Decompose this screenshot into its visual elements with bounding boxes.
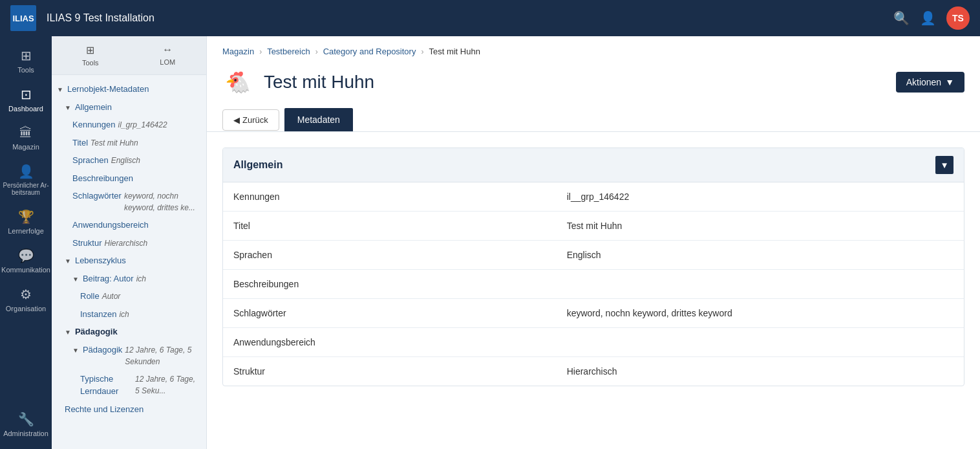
tree-sub-schlagwoerter: keyword, nochn keyword, drittes ke... (124, 190, 201, 214)
table-row: Kennungen il__grp_146422 (223, 182, 964, 212)
tree-lernobjekt[interactable]: ▼ Lernobjekt-Metadaten (52, 80, 206, 98)
breadcrumb-sep-1: › (259, 47, 262, 56)
key-titel: Titel (223, 212, 557, 241)
tree-sub-kennungen: il_grp_146422 (118, 119, 167, 131)
tree-lebenszyklus[interactable]: ▼ Lebenszyklus (52, 252, 206, 270)
tree-sub-sprachen: Englisch (111, 155, 140, 166)
back-button[interactable]: ◀ Zurück (222, 109, 279, 131)
toggle-lebenszyklus: ▼ (65, 256, 71, 266)
tree-label-lernobjekt: Lernobjekt-Metadaten (67, 83, 149, 96)
sidebar-item-tools[interactable]: ⊞ Tools (0, 41, 52, 80)
aktionen-button[interactable]: Aktionen ▼ (896, 72, 964, 93)
tree-label-beitrag: Beitrag: Autor (83, 272, 134, 285)
allgemein-card: Allgemein ▼ Kennungen il__grp_146422 Tit… (222, 148, 964, 386)
tree-schlagwoerter[interactable]: Schlagwörter keyword, nochn keyword, dri… (52, 187, 206, 216)
toggle-allgemein: ▼ (65, 103, 71, 113)
tree-struktur[interactable]: Struktur Hierarchisch (52, 234, 206, 252)
search-icon[interactable]: 🔍 (893, 10, 910, 26)
lom-tab-icon: ↔ (162, 44, 173, 56)
app-title: ILIAS 9 Test Installation (47, 12, 893, 24)
tree-sub-rolle: Autor (102, 290, 121, 302)
tree-beitrag-autor[interactable]: ▼ Beitrag: Autor ich (52, 270, 206, 288)
key-anwendungsbereich: Anwendungsbereich (223, 328, 557, 357)
breadcrumb-category[interactable]: Category and Repository (323, 47, 416, 56)
sidebar-label-lernerfolge: Lernerfolge (8, 227, 44, 235)
tree-allgemein[interactable]: ▼ Allgemein (52, 98, 206, 116)
tree-rolle[interactable]: Rolle Autor (52, 287, 206, 305)
tab-metadaten[interactable]: Metadaten (284, 108, 353, 131)
breadcrumb-current: Test mit Huhn (429, 47, 480, 56)
table-row: Schlagwörter keyword, nochn keyword, dri… (223, 299, 964, 328)
value-titel: Test mit Huhn (557, 212, 964, 241)
sidebar-item-dashboard[interactable]: ⊡ Dashboard (0, 80, 52, 119)
table-body: Kennungen il__grp_146422 Titel Test mit … (223, 182, 964, 386)
breadcrumb-magazin[interactable]: Magazin (222, 47, 254, 56)
tree-rechte[interactable]: Rechte und Lizenzen (52, 400, 206, 419)
tree-tab-tools-label: Tools (82, 59, 99, 67)
sidebar-item-magazin[interactable]: 🏛 Magazin (0, 119, 52, 157)
sidebar-label-kommunikation: Kommunikation (1, 266, 50, 274)
content-icon: 🐔 (222, 67, 253, 98)
table-row: Sprachen Englisch (223, 241, 964, 270)
value-beschreibungen (557, 270, 964, 299)
tree-beschreibungen[interactable]: Beschreibungen (52, 170, 206, 188)
sidebar-item-kommunikation[interactable]: 💬 Kommunikation (0, 241, 52, 280)
tree-paedagogik[interactable]: ▼ Pädagogik 12 Jahre, 6 Tage, 5 Sekunden (52, 341, 206, 370)
tree-kennungen[interactable]: Kennungen il_grp_146422 (52, 116, 206, 134)
section-table: Kennungen il__grp_146422 Titel Test mit … (223, 182, 964, 386)
tree-label-kennungen: Kennungen (72, 118, 116, 131)
tools-icon: ⊞ (21, 48, 32, 63)
key-beschreibungen: Beschreibungen (223, 270, 557, 299)
tree-sub-instanzen: ich (119, 309, 129, 320)
avatar[interactable]: TS (946, 6, 970, 30)
collapse-icon: ▼ (940, 160, 948, 170)
sidebar-item-lernerfolge[interactable]: 🏆 Lernerfolge (0, 203, 52, 241)
tree-instanzen[interactable]: Instanzen ich (52, 305, 206, 323)
value-schlagwoerter: keyword, nochn keyword, drittes keyword (557, 299, 964, 328)
breadcrumb-sep-2: › (315, 47, 318, 56)
collapse-button[interactable]: ▼ (935, 156, 953, 174)
section-content: Allgemein ▼ Kennungen il__grp_146422 Tit… (207, 132, 980, 402)
breadcrumb-testbereich[interactable]: Testbereich (267, 47, 310, 56)
content-title-area: 🐔 Test mit Huhn (222, 67, 374, 98)
tree-sprachen[interactable]: Sprachen Englisch (52, 151, 206, 170)
breadcrumb: Magazin › Testbereich › Category and Rep… (207, 36, 980, 61)
toggle-lernobjekt: ▼ (57, 85, 63, 94)
sidebar-item-administration[interactable]: 🔧 Administration (0, 405, 52, 444)
back-label: Zurück (242, 115, 268, 125)
sidebar-label-dashboard: Dashboard (8, 105, 43, 113)
logo-text: ILIAS (12, 14, 34, 23)
sidebar-tree: ⊞ Tools ↔ LOM ▼ Lernobjekt-Metadaten ▼ A… (52, 36, 207, 449)
tree-sub-struktur: Hierarchisch (105, 237, 148, 249)
tree-anwendungsbereich[interactable]: Anwendungsbereich (52, 216, 206, 234)
top-nav-actions: 🔍 👤 TS (893, 6, 970, 30)
avatar-initials: TS (952, 13, 964, 23)
tree-label-beschreibungen: Beschreibungen (72, 172, 133, 185)
tree-label-lebenszyklus: Lebenszyklus (75, 254, 126, 267)
tree-label-rechte: Rechte und Lizenzen (65, 403, 144, 416)
aktionen-label: Aktionen (906, 77, 941, 87)
administration-icon: 🔧 (18, 411, 34, 427)
tree-label-lerndauer: Typische Lerndauer (80, 373, 133, 398)
tree-label-instanzen: Instanzen (80, 308, 116, 321)
logo[interactable]: ILIAS (10, 5, 36, 31)
tree-label-anwendungsbereich: Anwendungsbereich (72, 219, 149, 232)
tab-metadaten-label: Metadaten (297, 115, 340, 125)
tree-tab-lom[interactable]: ↔ LOM (129, 36, 207, 74)
tree-titel[interactable]: Titel Test mit Huhn (52, 134, 206, 152)
top-navigation: ILIAS ILIAS 9 Test Installation 🔍 👤 TS (0, 0, 980, 36)
tree-content: ▼ Lernobjekt-Metadaten ▼ Allgemein Kennu… (52, 75, 206, 449)
value-anwendungsbereich (557, 328, 964, 357)
user-icon[interactable]: 👤 (920, 10, 936, 26)
sidebar-item-persoenlicher[interactable]: 👤 Persönlicher Ar­beitsraum (0, 157, 52, 203)
sidebar-label-organisation: Organisation (6, 305, 46, 312)
tree-lerndauer[interactable]: Typische Lerndauer 12 Jahre, 6 Tage, 5 S… (52, 370, 206, 400)
key-schlagwoerter: Schlagwörter (223, 299, 557, 328)
sidebar-item-organisation[interactable]: ⚙ Organisation (0, 280, 52, 319)
tree-paedagogik-top[interactable]: ▼ Pädagogik (52, 323, 206, 341)
key-kennungen: Kennungen (223, 182, 557, 212)
dashboard-icon: ⊡ (21, 87, 32, 102)
sidebar-label-tools: Tools (17, 66, 34, 74)
tree-label-struktur: Struktur (72, 237, 102, 250)
tree-tab-tools[interactable]: ⊞ Tools (52, 36, 129, 74)
